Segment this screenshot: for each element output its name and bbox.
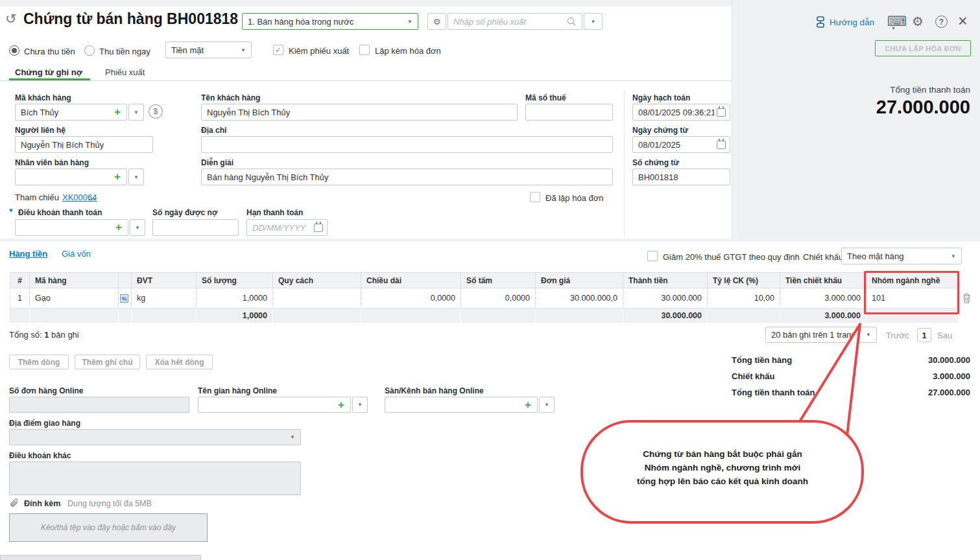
col-industry-group[interactable]: Nhóm ngành nghề — [866, 273, 959, 288]
prev-page-button[interactable]: Trước — [886, 331, 909, 340]
cell-spec[interactable] — [273, 288, 361, 309]
add-shop-icon[interactable]: + — [338, 400, 344, 410]
clear-rows-button[interactable]: Xóa hết dòng — [146, 355, 213, 369]
checkbox-invoice-issued-label: Đã lập hóa đơn — [545, 193, 603, 203]
cell-discount-amount[interactable]: 3.000.000 — [780, 288, 866, 309]
online-channel-dropdown[interactable]: ▼ — [539, 397, 555, 413]
col-unit-price[interactable]: Đơn giá — [536, 273, 623, 288]
search-dropdown-button[interactable]: ▼ — [584, 13, 603, 30]
cell-length[interactable]: 0,0000 — [361, 288, 461, 309]
current-page-box[interactable]: 1 — [917, 328, 931, 342]
customer-code-dropdown[interactable]: ▼ — [128, 104, 144, 121]
tab-cost-price[interactable]: Giá vốn — [62, 249, 91, 259]
salesperson-input[interactable] — [15, 169, 127, 185]
delete-row-icon[interactable] — [962, 293, 972, 303]
col-discount-amount[interactable]: Tiền chiết khấu — [780, 273, 866, 288]
cell-industry-group[interactable]: 101 — [866, 288, 959, 309]
doc-type-value: 1. Bán hàng hóa trong nước — [248, 17, 353, 27]
add-channel-icon[interactable]: + — [525, 400, 531, 410]
customer-code-input[interactable] — [15, 104, 127, 121]
col-discount-rate[interactable]: Tỷ lệ CK (%) — [708, 273, 780, 288]
customer-balance-icon[interactable]: $ — [149, 104, 163, 119]
debt-days-input[interactable] — [152, 219, 239, 236]
checkbox-vat-reduction[interactable] — [647, 251, 658, 261]
online-channel-input[interactable] — [385, 397, 538, 413]
cell-icon[interactable]: % — [119, 288, 132, 309]
col-length[interactable]: Chiều dài — [361, 273, 461, 288]
customer-name-label: Tên khách hàng — [201, 93, 260, 102]
col-quantity[interactable]: Số lượng — [197, 273, 273, 288]
cell-unit[interactable]: kg — [132, 288, 197, 309]
customer-name-input[interactable] — [201, 104, 518, 121]
payment-terms-dropdown[interactable]: ▼ — [130, 219, 145, 236]
help-guide-link[interactable]: Hướng dẫn — [830, 18, 874, 27]
col-unit[interactable]: ĐVT — [132, 273, 197, 288]
col-amount[interactable]: Thành tiền — [623, 273, 708, 288]
keyboard-icon[interactable]: ⌨ — [887, 14, 907, 28]
next-page-button[interactable]: Sau — [937, 331, 952, 340]
other-terms-textarea[interactable] — [9, 461, 301, 495]
posting-date-input[interactable] — [632, 104, 730, 121]
cell-amount[interactable]: 30.000.000 — [623, 288, 708, 309]
add-payment-terms-icon[interactable]: + — [115, 222, 122, 233]
cell-discount-rate[interactable]: 10,00 — [708, 288, 780, 309]
calendar-icon[interactable] — [717, 141, 726, 149]
attachment-label[interactable]: Đính kèm — [24, 499, 60, 508]
payment-terms-input[interactable] — [15, 219, 128, 236]
add-customer-icon[interactable]: + — [114, 107, 121, 117]
due-date-label: Hạn thanh toán — [246, 208, 303, 217]
tab-debit-document[interactable]: Chứng từ ghi nợ — [15, 67, 82, 77]
online-shop-dropdown[interactable]: ▼ — [352, 397, 368, 413]
address-input[interactable] — [201, 136, 613, 153]
percent-icon: % — [120, 294, 128, 303]
tab-goods-amount[interactable]: Hàng tiền — [9, 249, 47, 259]
doc-no-input[interactable] — [632, 169, 730, 185]
close-icon[interactable]: × — [958, 13, 968, 29]
discount-type-select[interactable]: Theo mặt hàng ▼ — [841, 248, 962, 264]
history-icon[interactable]: ↺ — [5, 12, 17, 25]
add-row-button[interactable]: Thêm dòng — [9, 355, 69, 369]
collapse-icon[interactable]: ▾ — [9, 206, 13, 215]
calendar-icon[interactable] — [717, 108, 726, 117]
tax-code-input[interactable] — [525, 104, 613, 121]
file-dropzone[interactable]: Kéo/thả tệp vào đây hoặc bấm vào đây — [9, 513, 208, 542]
salesperson-dropdown[interactable]: ▼ — [128, 169, 144, 185]
col-index[interactable]: # — [10, 273, 30, 288]
cell-unit-price[interactable]: 30.000.000,0 — [536, 288, 623, 309]
col-item-code[interactable]: Mã hàng — [30, 273, 119, 288]
contact-input[interactable] — [15, 136, 153, 153]
tab-export-slip[interactable]: Phiếu xuất — [105, 67, 145, 77]
payment-method-select[interactable]: Tiền mặt ▼ — [165, 41, 252, 58]
help-icon[interactable]: ? — [935, 16, 948, 28]
chevron-down-icon: ▼ — [241, 47, 246, 53]
cell-item-code[interactable]: Gạo — [30, 288, 119, 309]
cell-sheets[interactable]: 0,0000 — [461, 288, 536, 309]
add-note-button[interactable]: Thêm ghi chú — [75, 355, 140, 369]
doc-type-select[interactable]: 1. Bán hàng hóa trong nước ▼ — [242, 13, 418, 30]
search-input[interactable] — [448, 13, 582, 30]
settings-gear-icon[interactable]: ⚙ — [912, 15, 924, 28]
col-sheets[interactable]: Số tấm — [461, 273, 536, 288]
page-size-select[interactable]: 20 bản ghi trên 1 trang ▼ — [765, 327, 877, 343]
online-order-input[interactable] — [9, 397, 189, 413]
radio-collect-now[interactable] — [84, 45, 95, 56]
checkbox-with-invoice[interactable] — [359, 45, 370, 55]
callout-text: Chứng từ bán hàng bắt buộc phải gắn Nhóm… — [606, 447, 839, 488]
checkbox-export-slip[interactable]: ✓ — [273, 45, 283, 55]
radio-not-collected[interactable] — [9, 45, 19, 56]
radio-collect-now-label: Thu tiền ngay — [99, 47, 150, 56]
online-shop-input[interactable] — [198, 397, 351, 413]
delivery-location-select[interactable]: ▼ — [9, 429, 301, 445]
cell-quantity[interactable]: 1,0000 — [197, 288, 273, 309]
doc-date-input[interactable] — [632, 136, 730, 153]
add-salesperson-icon[interactable]: + — [114, 172, 121, 182]
search-settings-button[interactable]: ⚙ — [427, 13, 446, 30]
description-input[interactable] — [201, 169, 613, 185]
col-spec[interactable]: Quy cách — [273, 273, 361, 288]
paperclip-icon — [9, 498, 20, 509]
description-label: Diễn giải — [201, 158, 233, 167]
reference-more-link[interactable]: ... — [88, 192, 95, 202]
checkbox-invoice-issued[interactable] — [530, 192, 540, 202]
calendar-icon[interactable] — [314, 224, 323, 232]
tax-code-label: Mã số thuế — [525, 93, 566, 102]
